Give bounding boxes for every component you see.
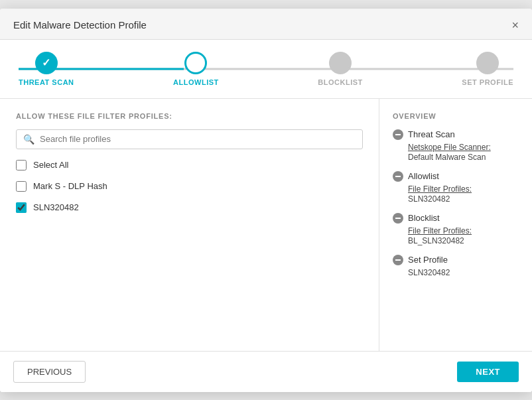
checkbox-mark-s[interactable]: Mark S - DLP Hash bbox=[16, 181, 363, 192]
allowlist-link: File Filter Profiles: bbox=[408, 184, 519, 194]
overview-section-set-profile-header: Set Profile bbox=[393, 255, 519, 265]
modal-title: Edit Malware Detection Profile bbox=[13, 19, 147, 31]
previous-button[interactable]: PREVIOUS bbox=[13, 361, 86, 383]
stepper-label-threat-scan: THREAT SCAN bbox=[19, 78, 74, 86]
overview-section-blocklist: Blocklist File Filter Profiles: BL_SLN32… bbox=[393, 213, 519, 245]
checkmark-icon: ✓ bbox=[42, 56, 50, 69]
search-input[interactable] bbox=[40, 134, 356, 144]
right-panel: OVERVIEW Threat Scan Netskope File Scann… bbox=[379, 99, 532, 351]
stepper-item-allowlist[interactable]: ALLOWLIST bbox=[173, 52, 219, 86]
overview-section-allowlist-header: Allowlist bbox=[393, 171, 519, 182]
minus-icon-set-profile bbox=[393, 255, 403, 265]
overview-allowlist-detail: File Filter Profiles: SLN320482 bbox=[393, 184, 519, 204]
stepper-label-allowlist: ALLOWLIST bbox=[173, 78, 219, 86]
overview-blocklist-name: Blocklist bbox=[408, 213, 440, 223]
allowlist-value: SLN320482 bbox=[408, 194, 450, 204]
blocklist-value: BL_SLN320482 bbox=[408, 236, 464, 245]
sln320482-checkbox[interactable] bbox=[16, 202, 27, 213]
stepper-circle-blocklist bbox=[329, 52, 352, 74]
overview-threat-scan-detail: Netskope File Scanner: Default Malware S… bbox=[393, 143, 519, 162]
content-area: ALLOW THESE FILE FILTER PROFILES: 🔍 Sele… bbox=[0, 99, 532, 351]
search-box: 🔍 bbox=[16, 129, 363, 149]
left-panel: ALLOW THESE FILE FILTER PROFILES: 🔍 Sele… bbox=[0, 99, 379, 351]
stepper-item-set-profile[interactable]: SET PROFILE bbox=[462, 52, 513, 86]
next-button[interactable]: NEXT bbox=[457, 362, 519, 382]
set-profile-value: SLN320482 bbox=[408, 268, 450, 277]
modal-footer: PREVIOUS NEXT bbox=[0, 351, 532, 392]
overview-threat-scan-name: Threat Scan bbox=[408, 129, 455, 139]
modal-header: Edit Malware Detection Profile × bbox=[0, 9, 532, 40]
overview-section-blocklist-header: Blocklist bbox=[393, 213, 519, 224]
stepper-item-threat-scan[interactable]: ✓ THREAT SCAN bbox=[19, 52, 74, 86]
overview-section-threat-scan: Threat Scan Netskope File Scanner: Defau… bbox=[393, 129, 519, 162]
left-panel-title: ALLOW THESE FILE FILTER PROFILES: bbox=[16, 112, 363, 120]
overview-set-profile-detail: SLN320482 bbox=[393, 268, 519, 277]
mark-s-checkbox[interactable] bbox=[16, 181, 27, 192]
stepper-label-set-profile: SET PROFILE bbox=[462, 78, 513, 86]
select-all-checkbox[interactable] bbox=[16, 160, 27, 170]
stepper-circle-set-profile bbox=[476, 52, 499, 74]
search-icon: 🔍 bbox=[23, 134, 34, 145]
modal: Edit Malware Detection Profile × ✓ THREA… bbox=[0, 9, 532, 392]
checkbox-sln320482[interactable]: SLN320482 bbox=[16, 202, 363, 213]
threat-scan-link: Netskope File Scanner: bbox=[408, 143, 519, 152]
stepper-circle-threat-scan: ✓ bbox=[35, 52, 58, 74]
checkbox-select-all[interactable]: Select All bbox=[16, 160, 363, 170]
overview-set-profile-name: Set Profile bbox=[408, 255, 448, 265]
mark-s-label: Mark S - DLP Hash bbox=[33, 181, 107, 191]
minus-icon-allowlist bbox=[393, 171, 403, 182]
threat-scan-value: Default Malware Scan bbox=[408, 153, 486, 162]
stepper: ✓ THREAT SCAN ALLOWLIST BLOCKLIST SET PR… bbox=[0, 40, 532, 99]
close-button[interactable]: × bbox=[511, 19, 519, 31]
minus-icon-threat-scan bbox=[393, 129, 403, 140]
overview-section-set-profile: Set Profile SLN320482 bbox=[393, 255, 519, 277]
overview-section-threat-scan-header: Threat Scan bbox=[393, 129, 519, 140]
stepper-items: ✓ THREAT SCAN ALLOWLIST BLOCKLIST SET PR… bbox=[19, 52, 513, 86]
overview-allowlist-name: Allowlist bbox=[408, 171, 439, 181]
select-all-label: Select All bbox=[33, 160, 68, 170]
overview-title: OVERVIEW bbox=[393, 112, 519, 120]
minus-icon-blocklist bbox=[393, 213, 403, 224]
overview-blocklist-detail: File Filter Profiles: BL_SLN320482 bbox=[393, 226, 519, 245]
overview-section-allowlist: Allowlist File Filter Profiles: SLN32048… bbox=[393, 171, 519, 204]
stepper-circle-allowlist bbox=[184, 52, 207, 74]
stepper-label-blocklist: BLOCKLIST bbox=[318, 78, 362, 86]
stepper-item-blocklist[interactable]: BLOCKLIST bbox=[318, 52, 362, 86]
sln320482-label: SLN320482 bbox=[33, 202, 79, 212]
blocklist-link: File Filter Profiles: bbox=[408, 226, 519, 235]
